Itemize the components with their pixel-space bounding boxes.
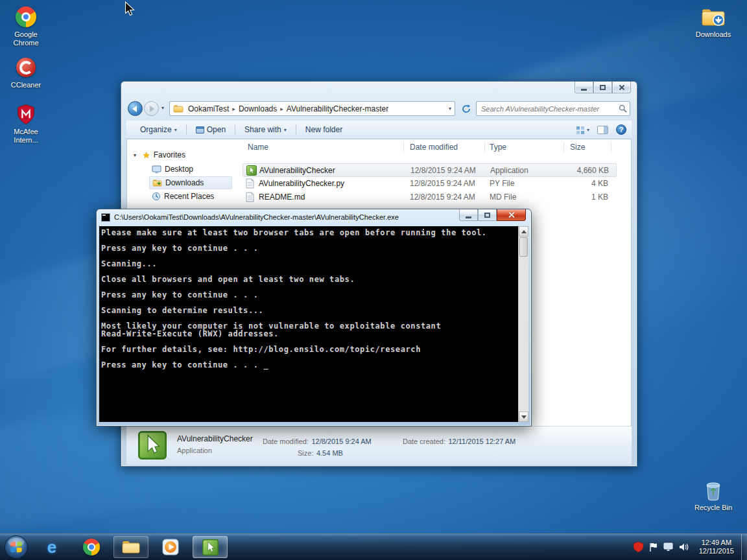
command-bar: Organize Open Share with New folder xyxy=(126,121,632,139)
breadcrumb-segment[interactable]: AVulnerabilityChecker-master xyxy=(285,104,390,113)
minimize-button[interactable] xyxy=(575,82,593,93)
column-header-date-modified[interactable]: Date modified xyxy=(410,143,458,152)
column-header-size[interactable]: Size xyxy=(570,143,585,152)
console-window[interactable]: C:\Users\OokamiTest\Downloads\AVulnerabi… xyxy=(96,209,532,426)
console-icon xyxy=(101,213,110,222)
clock-time: 12:49 AM xyxy=(699,539,734,547)
views-button[interactable] xyxy=(576,126,589,134)
refresh-button[interactable] xyxy=(460,103,472,115)
expander-icon[interactable] xyxy=(134,152,139,158)
share-with-menu[interactable]: Share with xyxy=(240,123,291,136)
minimize-icon xyxy=(581,89,587,91)
back-arrow-icon xyxy=(132,106,137,112)
breadcrumb-segment[interactable]: OokamiTest xyxy=(187,104,230,113)
scroll-down-button[interactable] xyxy=(519,412,528,422)
console-titlebar[interactable]: C:\Users\OokamiTest\Downloads\AVulnerabi… xyxy=(97,209,531,226)
sidebar-label: Desktop xyxy=(165,165,193,174)
maximize-icon xyxy=(484,213,490,218)
file-row[interactable]: README.md 12/8/2015 9:24 AM MD File 1 KB xyxy=(243,191,617,204)
console-line xyxy=(101,267,517,275)
details-size: Size: 4.54 MB xyxy=(298,447,343,458)
mcafee-tray-icon[interactable] xyxy=(634,542,643,552)
back-button[interactable] xyxy=(128,101,143,116)
address-bar[interactable]: OokamiTest Downloads AVulnerabilityCheck… xyxy=(169,101,455,116)
desktop-icon-google-chrome[interactable]: Google Chrome xyxy=(3,5,49,47)
console-body[interactable]: Please make sure at least two browser ta… xyxy=(99,226,528,422)
search-input[interactable] xyxy=(477,105,618,113)
start-button[interactable] xyxy=(3,535,29,560)
desktop-icon-mcafee[interactable]: McAfee Intern... xyxy=(3,102,49,145)
desktop-icon-recycle-bin[interactable]: Recycle Bin xyxy=(690,478,737,512)
console-output: Please make sure at least two browser ta… xyxy=(101,228,517,422)
toolbar-separator xyxy=(235,124,235,135)
sidebar-item-desktop[interactable]: Desktop xyxy=(149,163,196,176)
maximize-button[interactable] xyxy=(593,82,612,93)
downloads-icon xyxy=(152,179,162,187)
network-icon[interactable] xyxy=(663,542,673,552)
search-box[interactable] xyxy=(476,101,630,116)
column-header-name[interactable]: Name xyxy=(248,143,268,152)
recent-places-icon xyxy=(152,192,161,201)
desktop-icon-downloads[interactable]: Downloads xyxy=(690,5,737,39)
taskbar: e xyxy=(0,533,747,560)
sidebar-item-downloads[interactable]: Downloads xyxy=(149,176,232,189)
open-label: Open xyxy=(207,125,226,134)
console-line: Close all browsers and open at least two… xyxy=(101,275,517,283)
scroll-up-button[interactable] xyxy=(519,226,528,237)
taskbar-clock[interactable]: 12:49 AM 12/11/2015 xyxy=(699,539,734,555)
column-header-type[interactable]: Type xyxy=(490,143,506,152)
action-center-flag-icon[interactable] xyxy=(649,542,658,552)
refresh-icon xyxy=(462,104,471,113)
maximize-button[interactable] xyxy=(478,209,497,221)
column-divider[interactable] xyxy=(484,141,485,153)
minimize-button[interactable] xyxy=(459,209,478,221)
show-desktop-button[interactable] xyxy=(741,534,747,560)
close-button[interactable] xyxy=(497,209,526,221)
column-divider[interactable] xyxy=(403,141,404,153)
help-button[interactable] xyxy=(616,124,626,135)
recent-pages-dropdown[interactable] xyxy=(161,105,164,111)
close-button[interactable] xyxy=(612,82,631,93)
taskbar-chrome-button[interactable] xyxy=(74,536,109,558)
preview-pane-button[interactable] xyxy=(597,126,608,134)
console-line: Most likely your computer is not vulnera… xyxy=(101,321,517,329)
mcafee-shield-icon xyxy=(16,104,36,125)
sidebar-item-recent-places[interactable]: Recent Places xyxy=(149,190,217,203)
taskbar-avulnerabilitychecker-button[interactable] xyxy=(193,536,228,558)
desktop-icon-ccleaner[interactable]: CCleaner xyxy=(3,56,49,89)
organize-menu[interactable]: Organize xyxy=(136,123,182,136)
breadcrumb-segment[interactable]: Downloads xyxy=(237,104,278,113)
desktop-icon-label: CCleaner xyxy=(3,81,49,89)
file-size: 1 KB xyxy=(552,192,608,202)
breadcrumb-separator-icon[interactable] xyxy=(230,106,237,112)
new-folder-button[interactable]: New folder xyxy=(301,123,347,136)
breadcrumb-separator-icon[interactable] xyxy=(278,106,285,112)
console-line: Press any key to continue . . . xyxy=(101,244,517,251)
column-divider[interactable] xyxy=(611,141,611,153)
file-row[interactable]: AVulnerabilityChecker.py 12/8/2015 9:24 … xyxy=(243,177,617,191)
forward-arrow-icon xyxy=(150,106,154,112)
taskbar-buttons: e xyxy=(34,534,228,560)
taskbar-media-player-button[interactable] xyxy=(153,536,188,558)
view-controls xyxy=(576,124,632,135)
taskbar-internet-explorer-button[interactable]: e xyxy=(34,536,69,558)
chrome-icon xyxy=(16,6,36,27)
volume-icon[interactable] xyxy=(679,542,689,552)
file-row[interactable]: AVulnerabilityChecker 12/8/2015 9:24 AM … xyxy=(243,163,617,177)
taskbar-explorer-button[interactable] xyxy=(113,536,148,558)
address-dropdown-icon[interactable] xyxy=(445,106,451,111)
avulnerabilitychecker-icon xyxy=(202,539,219,555)
recycle-bin-icon xyxy=(704,478,723,502)
search-icon[interactable] xyxy=(618,104,630,113)
forward-button[interactable] xyxy=(144,101,159,116)
open-button[interactable]: Open xyxy=(191,123,230,136)
sidebar-label: Favorites xyxy=(154,150,185,159)
scroll-thumb[interactable] xyxy=(519,237,528,257)
application-file-icon xyxy=(246,165,257,176)
scroll-up-icon xyxy=(521,230,527,233)
sidebar-item-favorites[interactable]: Favorites xyxy=(131,148,188,161)
desktop[interactable]: Google Chrome CCleaner McAfee Intern... … xyxy=(0,0,747,560)
column-divider[interactable] xyxy=(563,141,564,153)
scrollbar[interactable] xyxy=(518,226,528,422)
share-with-label: Share with xyxy=(244,125,281,134)
